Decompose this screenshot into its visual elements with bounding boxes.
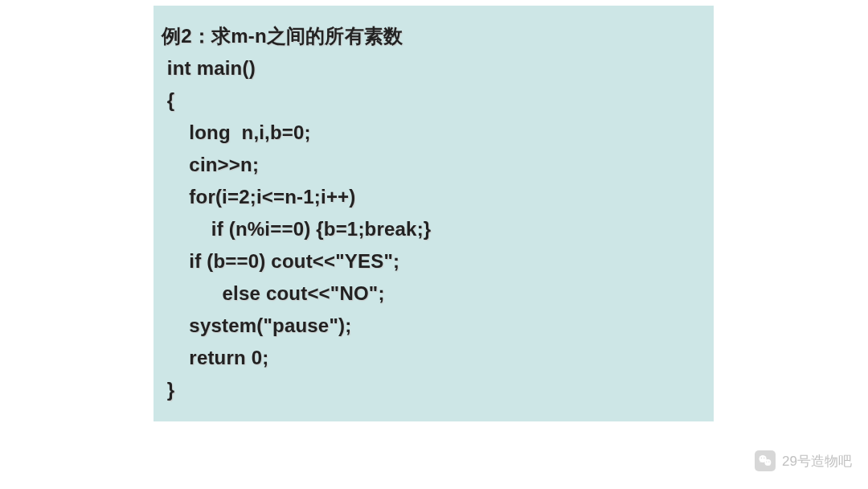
svg-point-4 xyxy=(766,462,767,462)
code-title: 例2：求m-n之间的所有素数 xyxy=(162,20,706,52)
code-line: return 0; xyxy=(162,342,706,374)
code-panel: 例2：求m-n之间的所有素数 int main() { long n,i,b=0… xyxy=(154,6,714,421)
svg-point-2 xyxy=(761,458,763,459)
wechat-icon xyxy=(755,450,776,471)
code-line: else cout<<"NO"; xyxy=(162,277,706,310)
code-line: if (n%i==0) {b=1;break;} xyxy=(162,213,706,245)
svg-point-3 xyxy=(764,458,765,459)
code-line: cin>>n; xyxy=(162,149,706,181)
code-line: int main() xyxy=(162,52,706,84)
code-line: for(i=2;i<=n-1;i++) xyxy=(162,181,706,213)
watermark: 29号造物吧 xyxy=(755,450,852,471)
code-line: } xyxy=(162,374,706,406)
svg-point-1 xyxy=(764,459,771,466)
watermark-text: 29号造物吧 xyxy=(782,452,852,471)
code-line: long n,i,b=0; xyxy=(162,117,706,149)
code-line: { xyxy=(162,84,706,117)
svg-point-5 xyxy=(768,462,769,462)
code-line: system("pause"); xyxy=(162,310,706,342)
code-line: if (b==0) cout<<"YES"; xyxy=(162,245,706,277)
